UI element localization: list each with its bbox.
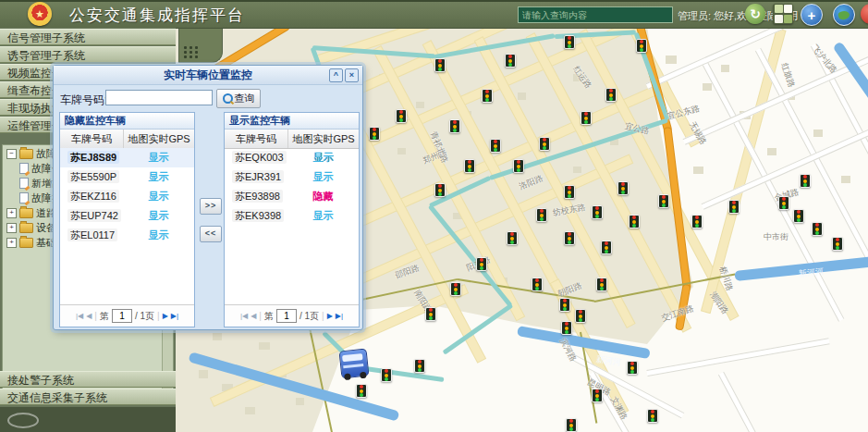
- expand-node-icon[interactable]: +: [6, 238, 17, 248]
- traffic-signal-icon[interactable]: [629, 215, 640, 228]
- vehicle-row[interactable]: 苏EL0117显示: [60, 226, 194, 245]
- traffic-signal-icon[interactable]: [617, 181, 629, 195]
- traffic-signal-icon[interactable]: [450, 282, 461, 296]
- page-number-input[interactable]: [112, 309, 132, 323]
- traffic-signal-icon[interactable]: [592, 389, 603, 402]
- vehicle-row[interactable]: 苏EJR391显示: [225, 167, 359, 187]
- traffic-signal-icon[interactable]: [800, 174, 811, 188]
- show-link[interactable]: 显示: [123, 190, 194, 204]
- vehicle-row[interactable]: 苏E5590P显示: [60, 167, 194, 187]
- traffic-signal-icon[interactable]: [532, 278, 543, 291]
- traffic-signal-icon[interactable]: [425, 307, 436, 321]
- prev-page-icon[interactable]: ◀: [251, 312, 256, 320]
- traffic-signal-icon[interactable]: [476, 257, 487, 271]
- traffic-signal-icon[interactable]: [793, 209, 804, 223]
- vehicle-row[interactable]: 苏EQK003显示: [225, 148, 359, 167]
- expand-node-icon[interactable]: +: [6, 208, 17, 218]
- traffic-signal-icon[interactable]: [396, 109, 407, 123]
- traffic-signal-icon[interactable]: [566, 418, 577, 432]
- last-page-icon[interactable]: ▶|: [336, 312, 343, 320]
- prev-page-icon[interactable]: ◀: [86, 312, 92, 320]
- vehicle-row[interactable]: 苏EUP742显示: [60, 206, 194, 226]
- page-number-input[interactable]: [276, 309, 297, 323]
- query-button[interactable]: 查询: [216, 89, 261, 108]
- traffic-signal-icon[interactable]: [658, 194, 669, 208]
- traffic-signal-icon[interactable]: [581, 111, 592, 125]
- traffic-signal-icon[interactable]: [434, 183, 446, 197]
- globe-icon[interactable]: [833, 4, 855, 26]
- show-link[interactable]: 显示: [287, 209, 359, 223]
- show-link[interactable]: 显示: [287, 170, 359, 184]
- header-search-input[interactable]: [518, 6, 673, 23]
- traffic-signal-icon[interactable]: [564, 35, 575, 49]
- traffic-signal-icon[interactable]: [601, 241, 612, 254]
- vehicle-row[interactable]: 苏EJ8S89显示: [60, 148, 194, 167]
- traffic-signal-icon[interactable]: [605, 88, 617, 102]
- expand-node-icon[interactable]: +: [6, 223, 17, 233]
- traffic-signal-icon[interactable]: [539, 137, 550, 151]
- traffic-signal-icon[interactable]: [564, 231, 575, 245]
- refresh-icon[interactable]: ↻: [745, 4, 765, 24]
- alert-icon[interactable]: !: [861, 4, 868, 24]
- close-icon[interactable]: ×: [345, 68, 359, 82]
- traffic-signal-icon[interactable]: [647, 409, 658, 423]
- sidebar-item-1[interactable]: 诱导管理子系统: [0, 46, 176, 63]
- plate-number-input[interactable]: [105, 90, 213, 105]
- traffic-signal-icon[interactable]: [505, 54, 516, 68]
- vehicle-row[interactable]: 苏EKZ116显示: [60, 187, 194, 206]
- traffic-signal-icon[interactable]: [575, 309, 586, 323]
- traffic-signal-icon[interactable]: [513, 159, 524, 173]
- traffic-signal-icon[interactable]: [356, 384, 367, 398]
- first-page-icon[interactable]: |◀: [76, 312, 83, 320]
- vehicle-row[interactable]: 苏E93898隐藏: [225, 187, 359, 206]
- next-page-icon[interactable]: ▶: [327, 312, 333, 320]
- traffic-signal-icon[interactable]: [592, 205, 603, 219]
- zoom-in-icon[interactable]: +: [801, 4, 823, 26]
- traffic-signal-icon[interactable]: [381, 368, 392, 382]
- traffic-signal-icon[interactable]: [596, 278, 607, 291]
- show-link[interactable]: 显示: [123, 170, 194, 184]
- last-page-icon[interactable]: ▶|: [171, 312, 178, 320]
- traffic-signal-icon[interactable]: [728, 200, 740, 214]
- traffic-signal-icon[interactable]: [507, 231, 518, 245]
- traffic-signal-icon[interactable]: [449, 119, 460, 133]
- traffic-signal-icon[interactable]: [564, 185, 575, 199]
- sidebar-item-0[interactable]: 信号管理子系统: [0, 29, 176, 45]
- traffic-signal-icon[interactable]: [691, 215, 703, 228]
- traffic-signal-icon[interactable]: [414, 359, 425, 373]
- traffic-signal-icon[interactable]: [778, 196, 789, 210]
- hide-link[interactable]: 隐藏: [287, 190, 359, 204]
- move-to-shown-button[interactable]: >>: [200, 198, 222, 215]
- vehicle-plate: 苏EQK003: [225, 151, 287, 165]
- next-page-icon[interactable]: ▶: [163, 312, 168, 320]
- show-link[interactable]: 显示: [123, 209, 194, 223]
- show-link[interactable]: 显示: [123, 228, 194, 242]
- traffic-signal-icon[interactable]: [627, 361, 638, 375]
- collapse-icon[interactable]: ^: [329, 68, 343, 82]
- map-building: [259, 342, 270, 350]
- map-layers-icon[interactable]: [773, 4, 793, 24]
- traffic-signal-icon[interactable]: [434, 58, 446, 72]
- first-page-icon[interactable]: |◀: [240, 312, 248, 320]
- show-link[interactable]: 显示: [123, 151, 194, 165]
- show-link[interactable]: 显示: [287, 151, 359, 165]
- traffic-signal-icon[interactable]: [369, 127, 380, 141]
- traffic-signal-icon[interactable]: [559, 298, 570, 312]
- move-to-hidden-button[interactable]: <<: [200, 226, 222, 242]
- vehicle-row[interactable]: 苏EK9398显示: [225, 206, 359, 226]
- hidden-vehicles-panel: 隐藏监控车辆 车牌号码 地图实时GPS显示 苏EJ8S89显示苏E5590P显示…: [59, 112, 195, 327]
- shown-panel-header: 车牌号码 地图实时GPS显示: [225, 130, 359, 149]
- traffic-signal-icon[interactable]: [636, 39, 647, 53]
- traffic-signal-icon[interactable]: [482, 89, 493, 103]
- sidebar-bottom-item-1[interactable]: 交通信息采集子系统: [0, 389, 176, 405]
- traffic-signal-icon[interactable]: [464, 159, 475, 173]
- collapse-node-icon[interactable]: −: [6, 149, 17, 159]
- map-panel-handle[interactable]: [178, 28, 223, 63]
- sidebar-bottom-item-0[interactable]: 接处警子系统: [0, 371, 176, 388]
- traffic-signal-icon[interactable]: [561, 321, 572, 335]
- monitored-vehicle-marker[interactable]: [339, 349, 370, 379]
- traffic-signal-icon[interactable]: [536, 208, 547, 222]
- traffic-signal-icon[interactable]: [812, 222, 823, 236]
- traffic-signal-icon[interactable]: [490, 139, 501, 153]
- traffic-signal-icon[interactable]: [832, 237, 843, 251]
